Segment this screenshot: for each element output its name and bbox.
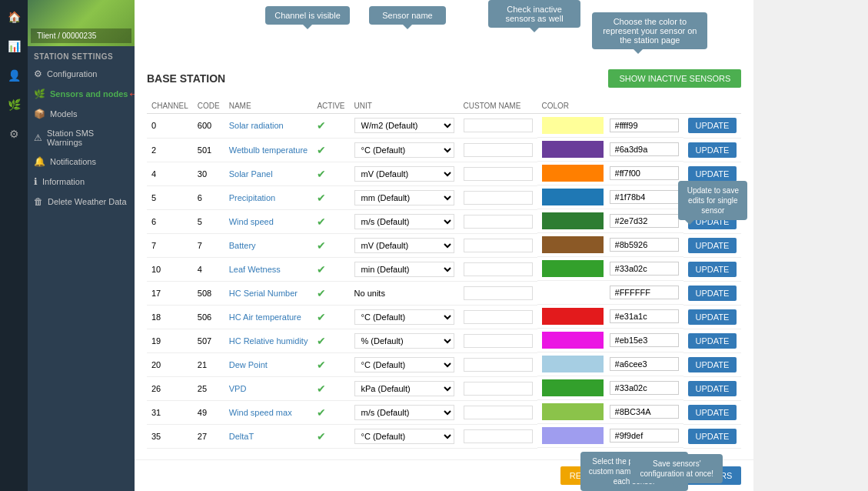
update-button[interactable]: UPDATE	[688, 118, 737, 133]
cell-custom-name[interactable]	[459, 329, 537, 352]
cell-custom-name[interactable]	[459, 162, 537, 185]
cell-color[interactable]	[537, 352, 683, 376]
cell-custom-name[interactable]	[459, 352, 537, 376]
custom-name-input[interactable]	[464, 239, 533, 252]
cell-unit[interactable]: W/m2 (Default)	[350, 114, 459, 139]
unit-select[interactable]: % (Default)	[354, 333, 454, 349]
cell-color[interactable]	[537, 376, 683, 400]
cell-unit[interactable]: °C (Default)	[350, 352, 459, 376]
update-button[interactable]: UPDATE	[688, 238, 737, 253]
cell-color[interactable]	[537, 281, 683, 305]
color-input[interactable]	[610, 309, 679, 323]
custom-name-input[interactable]	[464, 429, 533, 443]
cell-update[interactable]: UPDATE	[683, 233, 742, 257]
cell-unit[interactable]: °C (Default)	[350, 424, 459, 448]
cell-color[interactable]	[537, 209, 683, 233]
custom-name-input[interactable]	[464, 215, 533, 229]
sidebar-item-notifications[interactable]: 🔔 Notifications	[28, 152, 135, 172]
custom-name-input[interactable]	[464, 167, 533, 181]
sidebar-item-info[interactable]: ℹ Information	[28, 172, 135, 192]
cell-custom-name[interactable]	[459, 257, 537, 281]
sidebar-item-models[interactable]: 📦 Models	[28, 104, 135, 124]
cell-unit[interactable]: mV (Default)	[350, 233, 459, 257]
unit-select[interactable]: °C (Default)	[354, 429, 454, 444]
cell-update[interactable]: UPDATE	[683, 114, 742, 139]
show-inactive-button[interactable]: SHOW INACTIVE SENSORS	[608, 69, 741, 88]
cell-color[interactable]	[537, 114, 683, 138]
update-button[interactable]: UPDATE	[688, 429, 737, 444]
update-button[interactable]: UPDATE	[688, 309, 737, 325]
cell-color[interactable]	[537, 185, 683, 209]
custom-name-input[interactable]	[464, 358, 533, 372]
custom-name-input[interactable]	[464, 119, 533, 132]
sidebar-item-sensors[interactable]: 🌿 Sensors and nodes ←	[28, 84, 135, 104]
cell-custom-name[interactable]	[459, 138, 537, 162]
custom-name-input[interactable]	[464, 382, 533, 396]
cell-unit[interactable]: mV (Default)	[350, 162, 459, 185]
custom-name-input[interactable]	[464, 406, 533, 419]
unit-select[interactable]: °C (Default)	[354, 142, 454, 158]
cell-update[interactable]: UPDATE	[683, 138, 742, 162]
cell-update[interactable]: UPDATE	[683, 329, 742, 352]
color-input[interactable]	[610, 262, 679, 276]
cell-color[interactable]	[537, 424, 683, 448]
update-button[interactable]: UPDATE	[688, 357, 737, 372]
unit-select[interactable]: m/s (Default)	[354, 214, 454, 229]
cell-unit[interactable]: m/s (Default)	[350, 400, 459, 424]
cell-color[interactable]	[537, 329, 683, 352]
cell-custom-name[interactable]	[459, 114, 537, 139]
unit-select[interactable]: °C (Default)	[354, 357, 454, 372]
color-input[interactable]	[610, 166, 679, 180]
cell-custom-name[interactable]	[459, 376, 537, 400]
cell-update[interactable]: UPDATE	[683, 257, 742, 281]
home-icon[interactable]: 🏠	[5, 8, 24, 26]
cell-color[interactable]	[537, 400, 683, 424]
cell-custom-name[interactable]	[459, 209, 537, 233]
cell-unit[interactable]: % (Default)	[350, 329, 459, 352]
cell-unit[interactable]: m/s (Default)	[350, 209, 459, 233]
cell-color[interactable]	[537, 305, 683, 329]
unit-select[interactable]: min (Default)	[354, 262, 454, 277]
unit-select[interactable]: mV (Default)	[354, 166, 454, 182]
cell-color[interactable]	[537, 233, 683, 257]
color-input[interactable]	[610, 142, 679, 156]
cell-unit[interactable]: °C (Default)	[350, 138, 459, 162]
cell-custom-name[interactable]	[459, 305, 537, 329]
cell-unit[interactable]: mm (Default)	[350, 185, 459, 209]
custom-name-input[interactable]	[464, 334, 533, 348]
sidebar-item-delete[interactable]: 🗑 Delete Weather Data	[28, 192, 135, 212]
update-button[interactable]: UPDATE	[688, 405, 737, 420]
gear-icon[interactable]: ⚙	[6, 125, 22, 143]
update-button[interactable]: UPDATE	[688, 262, 737, 277]
user-icon[interactable]: 👤	[5, 66, 24, 85]
update-button[interactable]: UPDATE	[688, 166, 737, 182]
cell-update[interactable]: UPDATE	[683, 424, 742, 448]
color-input[interactable]	[610, 333, 679, 347]
custom-name-input[interactable]	[464, 310, 533, 324]
unit-select[interactable]: mm (Default)	[354, 190, 454, 205]
cell-update[interactable]: UPDATE	[683, 305, 742, 329]
custom-name-input[interactable]	[464, 286, 533, 300]
sidebar-item-configuration[interactable]: ⚙ Configuration	[28, 64, 135, 84]
color-input[interactable]	[610, 381, 679, 395]
cell-custom-name[interactable]	[459, 281, 537, 305]
update-button[interactable]: UPDATE	[688, 286, 737, 301]
update-button[interactable]: UPDATE	[688, 142, 737, 158]
color-input[interactable]	[610, 190, 679, 204]
cell-custom-name[interactable]	[459, 233, 537, 257]
cell-custom-name[interactable]	[459, 185, 537, 209]
cell-color[interactable]	[537, 257, 683, 281]
leaf-icon[interactable]: 🌿	[5, 95, 24, 114]
cell-color[interactable]	[537, 162, 683, 185]
update-button[interactable]: UPDATE	[688, 381, 737, 396]
cell-unit[interactable]: kPa (Default)	[350, 376, 459, 400]
cell-update[interactable]: UPDATE	[683, 281, 742, 305]
unit-select[interactable]: W/m2 (Default)	[354, 118, 454, 133]
cell-custom-name[interactable]	[459, 424, 537, 448]
cell-update[interactable]: UPDATE	[683, 400, 742, 424]
color-input[interactable]	[610, 214, 679, 228]
custom-name-input[interactable]	[464, 143, 533, 157]
color-input[interactable]	[610, 357, 679, 371]
unit-select[interactable]: °C (Default)	[354, 309, 454, 325]
color-input[interactable]	[610, 286, 679, 299]
